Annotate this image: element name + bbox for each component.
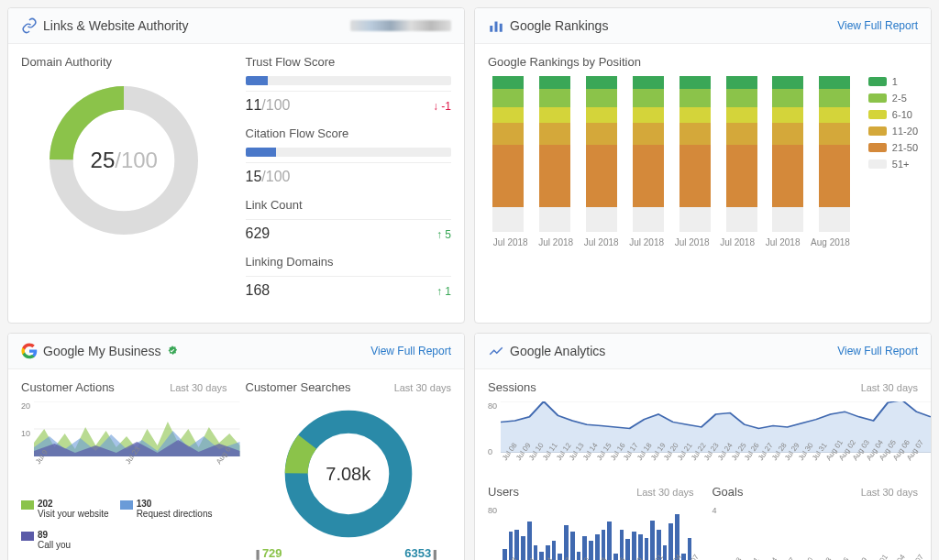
rankings-legend: 12-56-1011-2021-5051+	[868, 76, 918, 247]
users-chart	[501, 506, 694, 560]
panel-title: Links & Website Authority	[43, 18, 188, 33]
trust-flow-delta: ↓ -1	[433, 100, 451, 113]
linking-domains-label: Linking Domains	[246, 255, 452, 269]
link-count-delta: ↑ 5	[436, 228, 451, 241]
panel-title: Google Analytics	[510, 344, 605, 358]
google-icon	[21, 343, 38, 359]
trust-flow-label: Trust Flow Score	[246, 55, 452, 69]
linking-domains-delta: ↑ 1	[436, 285, 451, 298]
svg-rect-4	[500, 24, 503, 32]
panel-title: Google Rankings	[510, 18, 608, 33]
domain-blur	[350, 20, 451, 31]
rankings-subtitle: Google Rankings by Position	[488, 55, 918, 69]
rankings-stacked-chart	[488, 76, 856, 232]
view-full-report-link[interactable]: View Full Report	[370, 345, 451, 357]
customer-searches-label: Customer Searches	[246, 380, 351, 394]
gmb-panel: Google My Business View Full Report Cust…	[7, 333, 465, 560]
customer-actions-legend: 202Visit your website130Request directio…	[21, 499, 227, 550]
sessions-label: Sessions	[488, 380, 536, 394]
customer-actions-chart: 20 10 Jul 9Jul 23Aug 6	[21, 401, 227, 493]
view-full-report-link[interactable]: View Full Report	[837, 345, 918, 357]
citation-flow-label: Citation Flow Score	[246, 126, 452, 140]
goals-label: Goals	[713, 485, 744, 499]
panel-title: Google My Business	[43, 344, 160, 358]
links-authority-panel: Links & Website Authority Domain Authori…	[7, 7, 465, 324]
google-rankings-panel: Google Rankings View Full Report Google …	[474, 7, 932, 324]
link-icon	[21, 17, 38, 34]
link-count-label: Link Count	[246, 198, 452, 212]
view-full-report-link[interactable]: View Full Report	[837, 19, 918, 32]
users-label: Users	[488, 485, 519, 499]
ga-panel: Google Analytics View Full Report Sessio…	[474, 333, 932, 560]
verified-icon	[166, 345, 179, 357]
domain-authority-donut: 25/100	[41, 78, 206, 243]
domain-authority-label: Domain Authority	[21, 55, 227, 69]
customer-searches-donut: 7.08k	[280, 405, 417, 543]
sessions-chart: 80 0 Jul 08Jul 09Jul 10Jul 11Jul 12Jul 1…	[488, 401, 918, 478]
bars-icon	[488, 17, 504, 34]
customer-actions-label: Customer Actions	[21, 380, 115, 394]
goals-chart	[725, 506, 919, 560]
svg-rect-2	[490, 26, 492, 32]
analytics-icon	[488, 343, 504, 359]
svg-rect-3	[495, 22, 498, 32]
